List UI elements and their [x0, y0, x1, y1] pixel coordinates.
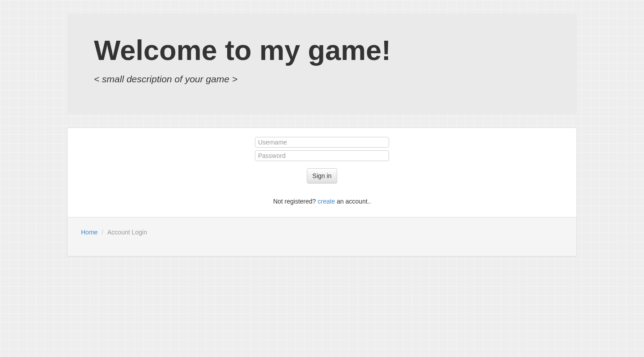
login-panel-body: Sign in Not registered? create an accoun… [68, 128, 576, 217]
breadcrumb-home-link[interactable]: Home [81, 229, 97, 236]
register-suffix: an account.. [335, 198, 371, 205]
breadcrumb-home: Home [81, 228, 97, 237]
register-prompt: Not registered? create an account.. [74, 197, 570, 206]
create-account-link[interactable]: create [318, 198, 335, 205]
page-subtitle: < small description of your game > [94, 72, 550, 86]
signin-button[interactable]: Sign in [307, 168, 338, 183]
hero-banner: Welcome to my game! < small description … [67, 13, 577, 114]
register-prefix: Not registered? [273, 198, 318, 205]
main-container: Welcome to my game! < small description … [67, 13, 577, 256]
breadcrumb-current: Account Login [99, 228, 147, 237]
panel-footer: Home Account Login [68, 217, 576, 256]
login-form: Sign in [255, 137, 389, 183]
username-input[interactable] [255, 137, 389, 148]
breadcrumb: Home Account Login [81, 224, 563, 240]
page-title: Welcome to my game! [94, 35, 550, 66]
password-input[interactable] [255, 150, 389, 161]
login-panel: Sign in Not registered? create an accoun… [67, 128, 577, 256]
